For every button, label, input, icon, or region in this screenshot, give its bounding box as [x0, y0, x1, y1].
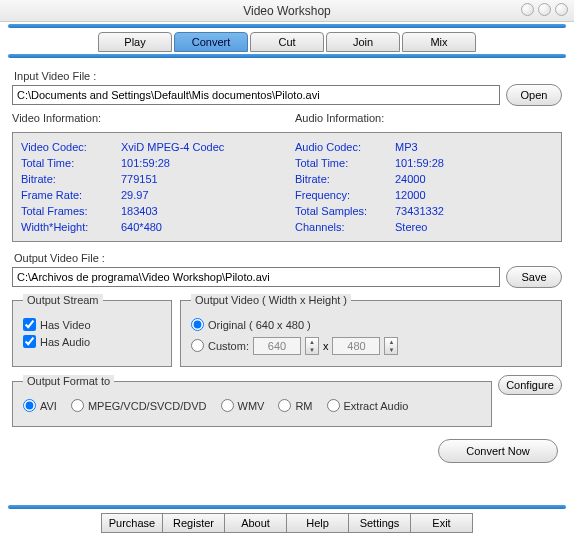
tab-mix[interactable]: Mix: [402, 32, 476, 52]
about-button[interactable]: About: [225, 513, 287, 533]
audio-info-header: Audio Information:: [295, 112, 562, 124]
input-file-field[interactable]: [12, 85, 500, 105]
output-format-group: Output Format to AVI MPEG/VCD/SVCD/DVD W…: [12, 375, 492, 427]
output-format-legend: Output Format to: [23, 375, 114, 387]
tab-play[interactable]: Play: [98, 32, 172, 52]
output-stream-group: Output Stream Has Video Has Audio: [12, 294, 172, 367]
exit-button[interactable]: Exit: [411, 513, 473, 533]
custom-size-radio[interactable]: Custom:: [191, 339, 249, 352]
has-audio-checkbox[interactable]: Has Audio: [23, 335, 161, 348]
format-avi-radio[interactable]: AVI: [23, 399, 57, 412]
purchase-button[interactable]: Purchase: [101, 513, 163, 533]
height-field[interactable]: [332, 337, 380, 355]
height-stepper[interactable]: ▲▼: [384, 337, 398, 355]
has-video-checkbox[interactable]: Has Video: [23, 318, 161, 331]
output-dimensions-legend: Output Video ( Width x Height ): [191, 294, 351, 306]
audio-info: Audio Codec:MP3 Total Time:101:59:28 Bit…: [295, 139, 553, 235]
info-panel: Video Codec:XviD MPEG-4 Codec Total Time…: [12, 132, 562, 242]
tab-convert[interactable]: Convert: [174, 32, 248, 52]
maximize-icon[interactable]: [538, 3, 551, 16]
close-icon[interactable]: [555, 3, 568, 16]
help-button[interactable]: Help: [287, 513, 349, 533]
x-label: x: [323, 340, 329, 352]
minimize-icon[interactable]: [521, 3, 534, 16]
divider: [8, 505, 566, 509]
video-info-header: Video Information:: [12, 112, 279, 124]
main-tabs: Play Convert Cut Join Mix: [0, 32, 574, 52]
register-button[interactable]: Register: [163, 513, 225, 533]
titlebar: Video Workshop: [0, 0, 574, 22]
save-button[interactable]: Save: [506, 266, 562, 288]
footer-bar: Purchase Register About Help Settings Ex…: [0, 513, 574, 533]
input-file-label: Input Video File :: [14, 70, 560, 82]
output-stream-legend: Output Stream: [23, 294, 103, 306]
format-mpeg-radio[interactable]: MPEG/VCD/SVCD/DVD: [71, 399, 207, 412]
divider: [8, 54, 566, 58]
divider: [8, 24, 566, 28]
format-extract-audio-radio[interactable]: Extract Audio: [327, 399, 409, 412]
window-controls: [521, 3, 568, 16]
convert-now-button[interactable]: Convert Now: [438, 439, 558, 463]
tab-join[interactable]: Join: [326, 32, 400, 52]
output-file-field[interactable]: [12, 267, 500, 287]
width-field[interactable]: [253, 337, 301, 355]
settings-button[interactable]: Settings: [349, 513, 411, 533]
output-dimensions-group: Output Video ( Width x Height ) Original…: [180, 294, 562, 367]
configure-button[interactable]: Configure: [498, 375, 562, 395]
format-wmv-radio[interactable]: WMV: [221, 399, 265, 412]
window-title: Video Workshop: [243, 4, 331, 18]
format-rm-radio[interactable]: RM: [278, 399, 312, 412]
width-stepper[interactable]: ▲▼: [305, 337, 319, 355]
output-file-label: Output Video File :: [14, 252, 560, 264]
video-info: Video Codec:XviD MPEG-4 Codec Total Time…: [21, 139, 279, 235]
original-size-radio[interactable]: Original ( 640 x 480 ): [191, 318, 551, 331]
open-button[interactable]: Open: [506, 84, 562, 106]
tab-cut[interactable]: Cut: [250, 32, 324, 52]
